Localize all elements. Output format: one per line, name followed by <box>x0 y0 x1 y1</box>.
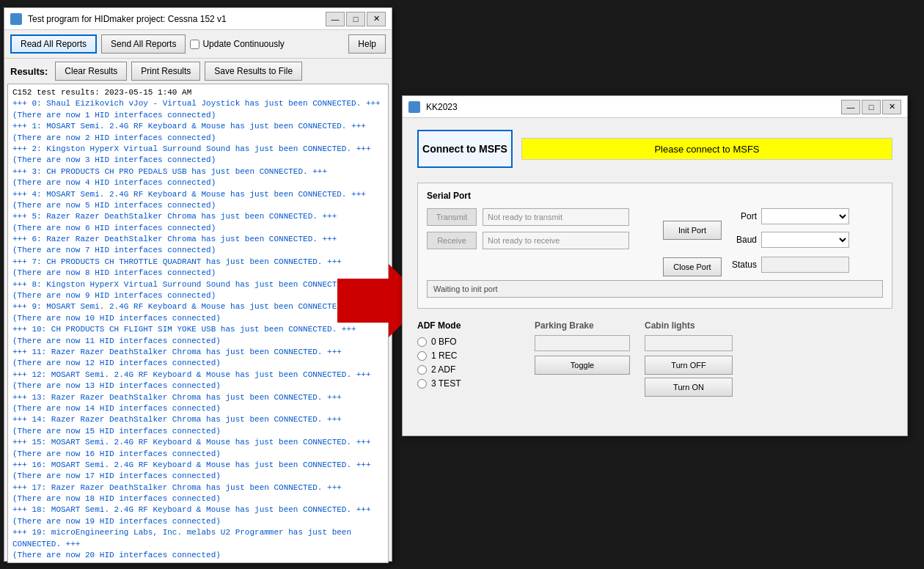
serial-port-section: Serial Port Transmit Receive <box>417 183 892 309</box>
close-port-row: Close Port Status <box>663 257 849 277</box>
serial-right: Init Port Port Baud <box>663 208 849 277</box>
adf-label-1: 1 REC <box>431 350 457 361</box>
turn-on-button[interactable]: Turn ON <box>645 378 733 397</box>
app-icon-2 <box>408 101 420 113</box>
title-bar-2: KK2023 — □ ✕ <box>403 96 907 118</box>
parking-brake-value[interactable] <box>535 335 630 351</box>
adf-radio-3[interactable] <box>417 379 427 389</box>
update-continuously-checkbox[interactable] <box>190 40 199 49</box>
title-bar-1: Test program for HIDmaker project: Cessn… <box>4 8 392 30</box>
cabin-lights-title: Cabin lights <box>645 320 733 331</box>
status-row: Status <box>727 257 849 273</box>
transmit-button[interactable]: Transmit <box>427 208 477 226</box>
update-continuously-text: Update Continuously <box>202 39 284 49</box>
baud-row: Baud <box>727 232 849 248</box>
receive-button[interactable]: Receive <box>427 232 477 249</box>
parking-brake-section: Parking Brake Toggle <box>535 320 630 400</box>
connect-msfs-button[interactable]: Connect to MSFS <box>417 130 513 168</box>
title-controls-1: — □ ✕ <box>326 12 386 26</box>
serial-port-title: Serial Port <box>427 191 883 201</box>
serial-left: Transmit Receive <box>427 208 629 255</box>
init-port-button[interactable]: Init Port <box>663 221 722 240</box>
baud-select[interactable] <box>761 232 849 248</box>
adf-option-0: 0 BFO <box>417 337 520 347</box>
adf-title: ADF Mode <box>417 320 520 331</box>
minimize-btn-1[interactable]: — <box>326 12 345 26</box>
cabin-lights-section: Cabin lights Turn OFF Turn ON <box>645 320 733 400</box>
close-btn-1[interactable]: ✕ <box>367 12 386 26</box>
waiting-bar: Waiting to init port <box>427 280 883 298</box>
adf-radio-2[interactable] <box>417 365 427 375</box>
app-icon-1 <box>10 13 22 25</box>
window-kk2023: KK2023 — □ ✕ Connect to MSFS Please conn… <box>402 95 908 436</box>
turn-off-button[interactable]: Turn OFF <box>645 356 733 375</box>
adf-option-1: 1 REC <box>417 350 520 361</box>
port-row: Port <box>727 208 849 224</box>
serial-inner: Transmit Receive Init Port <box>427 208 883 277</box>
adf-label-0: 0 BFO <box>431 337 457 347</box>
status-input <box>761 257 849 273</box>
update-continuously-label: Update Continuously <box>190 39 284 49</box>
receive-row: Receive <box>427 232 629 249</box>
send-all-reports-button[interactable]: Send All Reports <box>101 34 186 54</box>
window-title-1: Test program for HIDmaker project: Cessn… <box>28 14 320 24</box>
close-btn-2[interactable]: ✕ <box>882 100 901 114</box>
w2-content: Connect to MSFS Please connect to MSFS S… <box>403 118 907 411</box>
results-label: Results: <box>10 66 48 77</box>
waiting-text: Waiting to init port <box>433 284 498 293</box>
connect-section: Connect to MSFS Please connect to MSFS <box>417 130 892 168</box>
title-controls-2: — □ ✕ <box>841 100 901 114</box>
read-all-reports-button[interactable]: Read All Reports <box>10 34 97 54</box>
toolbar-1: Read All Reports Send All Reports Update… <box>4 30 392 59</box>
maximize-btn-1[interactable]: □ <box>346 12 365 26</box>
port-baud-section: Port Baud <box>727 208 849 252</box>
results-area[interactable]: C152 test results: 2023-05-15 1:40 AM+++… <box>7 84 389 563</box>
init-port-row: Init Port Port Baud <box>663 208 849 252</box>
cabin-lights-value[interactable] <box>645 335 733 351</box>
adf-label-3: 3 TEST <box>431 378 461 389</box>
clear-results-button[interactable]: Clear Results <box>55 62 127 81</box>
port-label: Port <box>727 211 757 221</box>
serial-wrapper: Serial Port Transmit Receive <box>417 183 892 309</box>
adf-option-3: 3 TEST <box>417 378 520 389</box>
toggle-button[interactable]: Toggle <box>535 356 630 375</box>
receive-status-input <box>483 232 629 249</box>
save-results-button[interactable]: Save Results to File <box>205 62 302 81</box>
window-title-2: KK2023 <box>426 102 835 112</box>
msfs-status-display: Please connect to MSFS <box>521 138 892 160</box>
transmit-row: Transmit <box>427 208 629 226</box>
close-port-button[interactable]: Close Port <box>663 257 722 276</box>
results-header: Results: Clear Results Print Results Sav… <box>4 59 392 84</box>
adf-label-2: 2 ADF <box>431 364 455 375</box>
help-button[interactable]: Help <box>348 34 386 54</box>
adf-option-2: 2 ADF <box>417 364 520 375</box>
window-test-program: Test program for HIDmaker project: Cessn… <box>4 7 392 562</box>
adf-radio-1[interactable] <box>417 351 427 361</box>
adf-radio-0[interactable] <box>417 337 427 347</box>
parking-brake-title: Parking Brake <box>535 320 630 331</box>
baud-label: Baud <box>727 235 757 245</box>
bottom-section: ADF Mode 0 BFO 1 REC 2 ADF 3 TEST <box>417 320 892 400</box>
minimize-btn-2[interactable]: — <box>841 100 860 114</box>
port-select[interactable] <box>761 208 849 224</box>
status-label: Status <box>727 260 757 270</box>
print-results-button[interactable]: Print Results <box>131 62 200 81</box>
adf-section: ADF Mode 0 BFO 1 REC 2 ADF 3 TEST <box>417 320 520 400</box>
maximize-btn-2[interactable]: □ <box>862 100 881 114</box>
transmit-status-input <box>483 208 629 226</box>
